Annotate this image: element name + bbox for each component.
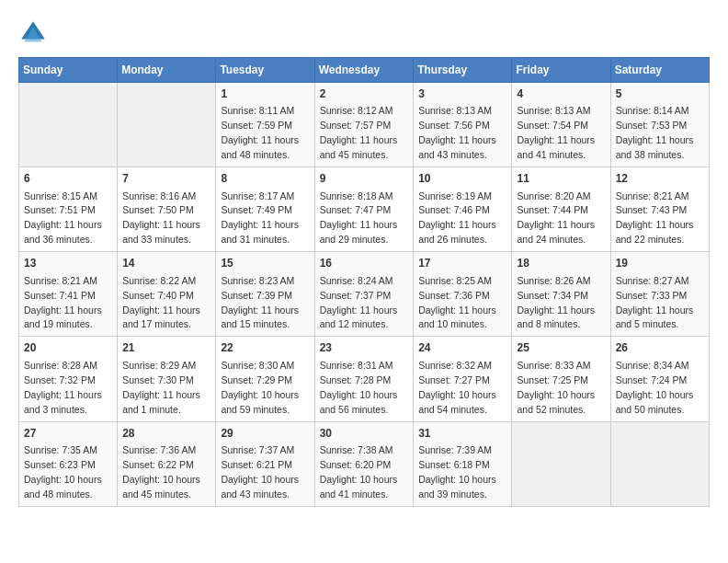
day-number: 2 bbox=[320, 86, 409, 102]
day-number: 16 bbox=[320, 256, 409, 271]
calendar-cell: 14Sunrise: 8:22 AM Sunset: 7:40 PM Dayli… bbox=[118, 252, 216, 337]
calendar-cell: 10Sunrise: 8:19 AM Sunset: 7:46 PM Dayli… bbox=[414, 167, 512, 252]
calendar-cell: 13Sunrise: 8:21 AM Sunset: 7:41 PM Dayli… bbox=[19, 252, 118, 337]
day-info: Sunrise: 8:32 AM Sunset: 7:27 PM Dayligh… bbox=[418, 360, 496, 415]
logo-icon bbox=[18, 18, 48, 48]
calendar-cell: 3Sunrise: 8:13 AM Sunset: 7:56 PM Daylig… bbox=[414, 83, 512, 167]
day-info: Sunrise: 8:28 AM Sunset: 7:32 PM Dayligh… bbox=[24, 360, 102, 415]
day-info: Sunrise: 8:11 AM Sunset: 7:59 PM Dayligh… bbox=[221, 105, 299, 160]
day-info: Sunrise: 8:27 AM Sunset: 7:33 PM Dayligh… bbox=[616, 275, 694, 330]
weekday-header-friday: Friday bbox=[512, 58, 610, 83]
weekday-header-tuesday: Tuesday bbox=[216, 58, 314, 83]
calendar-cell: 17Sunrise: 8:25 AM Sunset: 7:36 PM Dayli… bbox=[414, 252, 512, 337]
day-info: Sunrise: 8:22 AM Sunset: 7:40 PM Dayligh… bbox=[122, 275, 200, 330]
day-info: Sunrise: 8:33 AM Sunset: 7:25 PM Dayligh… bbox=[517, 360, 595, 415]
calendar-cell: 16Sunrise: 8:24 AM Sunset: 7:37 PM Dayli… bbox=[314, 252, 414, 337]
day-info: Sunrise: 7:39 AM Sunset: 6:18 PM Dayligh… bbox=[418, 444, 496, 500]
day-number: 19 bbox=[616, 256, 704, 271]
calendar-cell: 6Sunrise: 8:15 AM Sunset: 7:51 PM Daylig… bbox=[19, 167, 118, 252]
calendar-cell bbox=[19, 83, 118, 167]
day-info: Sunrise: 8:19 AM Sunset: 7:46 PM Dayligh… bbox=[418, 190, 496, 246]
calendar-cell: 9Sunrise: 8:18 AM Sunset: 7:47 PM Daylig… bbox=[314, 167, 414, 252]
day-number: 24 bbox=[418, 340, 506, 356]
calendar-week-4: 20Sunrise: 8:28 AM Sunset: 7:32 PM Dayli… bbox=[19, 337, 710, 421]
day-info: Sunrise: 7:38 AM Sunset: 6:20 PM Dayligh… bbox=[320, 444, 398, 500]
calendar-cell: 5Sunrise: 8:14 AM Sunset: 7:53 PM Daylig… bbox=[610, 83, 709, 167]
day-number: 9 bbox=[320, 171, 409, 187]
day-info: Sunrise: 7:35 AM Sunset: 6:23 PM Dayligh… bbox=[24, 444, 102, 500]
calendar-cell: 25Sunrise: 8:33 AM Sunset: 7:25 PM Dayli… bbox=[512, 337, 610, 421]
calendar-table: SundayMondayTuesdayWednesdayThursdayFrid… bbox=[18, 57, 710, 507]
day-number: 4 bbox=[517, 86, 605, 102]
calendar-cell: 22Sunrise: 8:30 AM Sunset: 7:29 PM Dayli… bbox=[216, 337, 314, 421]
day-number: 1 bbox=[221, 86, 309, 102]
day-number: 30 bbox=[320, 426, 409, 442]
weekday-header-thursday: Thursday bbox=[414, 58, 512, 83]
day-number: 27 bbox=[24, 426, 112, 442]
day-number: 28 bbox=[122, 426, 210, 442]
calendar-cell: 4Sunrise: 8:13 AM Sunset: 7:54 PM Daylig… bbox=[512, 83, 610, 167]
day-info: Sunrise: 8:31 AM Sunset: 7:28 PM Dayligh… bbox=[320, 360, 398, 415]
calendar-week-2: 6Sunrise: 8:15 AM Sunset: 7:51 PM Daylig… bbox=[19, 167, 710, 252]
calendar-cell: 29Sunrise: 7:37 AM Sunset: 6:21 PM Dayli… bbox=[216, 421, 314, 506]
day-info: Sunrise: 8:30 AM Sunset: 7:29 PM Dayligh… bbox=[221, 360, 299, 415]
day-number: 21 bbox=[122, 340, 210, 356]
weekday-row: SundayMondayTuesdayWednesdayThursdayFrid… bbox=[19, 58, 710, 83]
day-info: Sunrise: 8:24 AM Sunset: 7:37 PM Dayligh… bbox=[320, 275, 398, 330]
calendar-cell: 15Sunrise: 8:23 AM Sunset: 7:39 PM Dayli… bbox=[216, 252, 314, 337]
calendar-cell: 31Sunrise: 7:39 AM Sunset: 6:18 PM Dayli… bbox=[414, 421, 512, 506]
day-info: Sunrise: 8:18 AM Sunset: 7:47 PM Dayligh… bbox=[320, 190, 398, 246]
day-info: Sunrise: 7:37 AM Sunset: 6:21 PM Dayligh… bbox=[221, 444, 299, 500]
day-number: 15 bbox=[221, 256, 309, 271]
calendar-cell: 21Sunrise: 8:29 AM Sunset: 7:30 PM Dayli… bbox=[118, 337, 216, 421]
calendar-cell: 27Sunrise: 7:35 AM Sunset: 6:23 PM Dayli… bbox=[19, 421, 118, 506]
day-number: 23 bbox=[320, 340, 409, 356]
day-number: 5 bbox=[616, 86, 704, 102]
day-number: 25 bbox=[517, 340, 605, 356]
day-info: Sunrise: 8:16 AM Sunset: 7:50 PM Dayligh… bbox=[122, 190, 200, 246]
calendar-cell: 30Sunrise: 7:38 AM Sunset: 6:20 PM Dayli… bbox=[314, 421, 414, 506]
day-info: Sunrise: 8:12 AM Sunset: 7:57 PM Dayligh… bbox=[320, 105, 398, 160]
day-number: 10 bbox=[418, 171, 506, 187]
calendar-cell bbox=[610, 421, 709, 506]
day-number: 3 bbox=[418, 86, 506, 102]
day-info: Sunrise: 8:34 AM Sunset: 7:24 PM Dayligh… bbox=[616, 360, 694, 415]
weekday-header-saturday: Saturday bbox=[610, 58, 709, 83]
day-info: Sunrise: 8:15 AM Sunset: 7:51 PM Dayligh… bbox=[24, 190, 102, 246]
day-number: 8 bbox=[221, 171, 309, 187]
day-number: 7 bbox=[122, 171, 210, 187]
page-header bbox=[18, 18, 710, 48]
day-number: 14 bbox=[122, 256, 210, 271]
calendar-body: 1Sunrise: 8:11 AM Sunset: 7:59 PM Daylig… bbox=[19, 83, 710, 507]
day-info: Sunrise: 8:17 AM Sunset: 7:49 PM Dayligh… bbox=[221, 190, 299, 246]
weekday-header-monday: Monday bbox=[118, 58, 216, 83]
day-number: 20 bbox=[24, 340, 112, 356]
day-number: 26 bbox=[616, 340, 704, 356]
calendar-cell: 28Sunrise: 7:36 AM Sunset: 6:22 PM Dayli… bbox=[118, 421, 216, 506]
calendar-cell: 12Sunrise: 8:21 AM Sunset: 7:43 PM Dayli… bbox=[610, 167, 709, 252]
day-info: Sunrise: 7:36 AM Sunset: 6:22 PM Dayligh… bbox=[122, 444, 200, 500]
calendar-cell: 7Sunrise: 8:16 AM Sunset: 7:50 PM Daylig… bbox=[118, 167, 216, 252]
calendar-header: SundayMondayTuesdayWednesdayThursdayFrid… bbox=[19, 58, 710, 83]
day-number: 31 bbox=[418, 426, 506, 442]
calendar-cell: 19Sunrise: 8:27 AM Sunset: 7:33 PM Dayli… bbox=[610, 252, 709, 337]
day-info: Sunrise: 8:21 AM Sunset: 7:41 PM Dayligh… bbox=[24, 275, 102, 330]
calendar-cell: 26Sunrise: 8:34 AM Sunset: 7:24 PM Dayli… bbox=[610, 337, 709, 421]
calendar-cell: 23Sunrise: 8:31 AM Sunset: 7:28 PM Dayli… bbox=[314, 337, 414, 421]
day-info: Sunrise: 8:13 AM Sunset: 7:56 PM Dayligh… bbox=[418, 105, 496, 160]
day-info: Sunrise: 8:13 AM Sunset: 7:54 PM Dayligh… bbox=[517, 105, 595, 160]
day-number: 18 bbox=[517, 256, 605, 271]
calendar-week-5: 27Sunrise: 7:35 AM Sunset: 6:23 PM Dayli… bbox=[19, 421, 710, 506]
weekday-header-wednesday: Wednesday bbox=[314, 58, 414, 83]
day-number: 17 bbox=[418, 256, 506, 271]
day-number: 29 bbox=[221, 426, 309, 442]
day-number: 13 bbox=[24, 256, 112, 271]
day-number: 22 bbox=[221, 340, 309, 356]
day-number: 12 bbox=[616, 171, 704, 187]
day-info: Sunrise: 8:25 AM Sunset: 7:36 PM Dayligh… bbox=[418, 275, 496, 330]
calendar-cell: 8Sunrise: 8:17 AM Sunset: 7:49 PM Daylig… bbox=[216, 167, 314, 252]
logo bbox=[18, 18, 53, 48]
day-info: Sunrise: 8:20 AM Sunset: 7:44 PM Dayligh… bbox=[517, 190, 595, 246]
calendar-cell: 18Sunrise: 8:26 AM Sunset: 7:34 PM Dayli… bbox=[512, 252, 610, 337]
calendar-cell bbox=[118, 83, 216, 167]
